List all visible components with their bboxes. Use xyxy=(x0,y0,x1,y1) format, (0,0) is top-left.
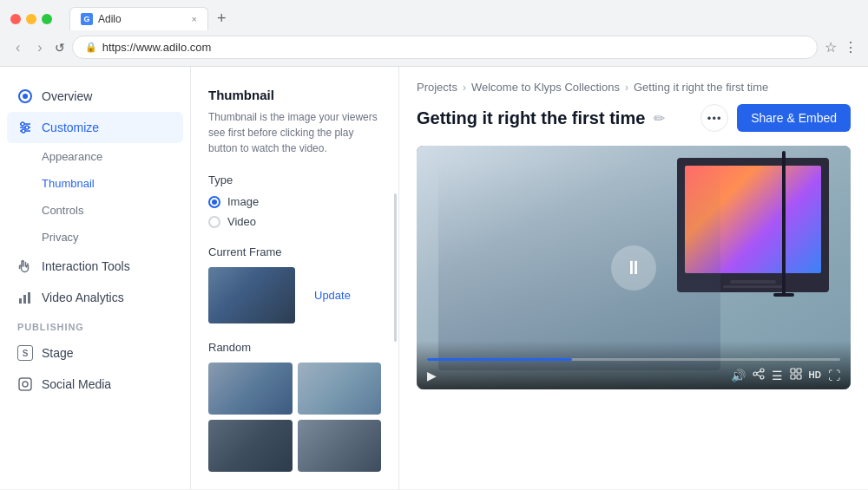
main-content: Thumbnail Thumbnail is the image your vi… xyxy=(191,67,868,489)
chapters-button[interactable] xyxy=(790,368,802,382)
svg-rect-9 xyxy=(23,295,26,304)
svg-line-18 xyxy=(757,371,760,373)
minimize-dot[interactable] xyxy=(26,14,36,24)
thumbnail-panel: Thumbnail Thumbnail is the image your vi… xyxy=(191,67,399,489)
svg-line-19 xyxy=(757,375,760,376)
sidebar-item-video-analytics[interactable]: Video Analytics xyxy=(0,282,190,313)
tab-favicon-letter: G xyxy=(83,15,89,23)
current-frame-section: Current Frame Update xyxy=(208,245,381,323)
svg-point-16 xyxy=(753,372,757,376)
sidebar-item-customize[interactable]: Customize xyxy=(7,112,183,143)
breadcrumb-sep-1: › xyxy=(463,82,466,94)
pause-overlay-button[interactable]: ⏸ xyxy=(611,245,656,291)
sidebar-interaction-label: Interaction Tools xyxy=(42,259,130,273)
maximize-dot[interactable] xyxy=(42,14,52,24)
person-area xyxy=(438,163,720,370)
video-title: Getting it right the first time xyxy=(417,108,645,128)
update-link[interactable]: Update xyxy=(314,289,351,302)
current-frame-preview[interactable] xyxy=(208,267,295,323)
edit-title-icon[interactable]: ✏ xyxy=(654,110,665,127)
sidebar-item-interaction-tools[interactable]: Interaction Tools xyxy=(0,251,190,282)
sidebar-item-social-media[interactable]: Social Media xyxy=(0,369,190,400)
tab-title: Adilo xyxy=(98,13,122,25)
menu-icon[interactable]: ⋮ xyxy=(844,39,858,56)
fullscreen-button[interactable]: ⛶ xyxy=(828,369,840,382)
mic-stand xyxy=(782,151,786,297)
svg-point-5 xyxy=(21,122,24,126)
radio-image[interactable]: Image xyxy=(208,195,381,208)
browser-toolbar-icons: ☆ ⋮ xyxy=(825,39,858,56)
lock-icon: 🔒 xyxy=(85,42,97,53)
close-dot[interactable] xyxy=(10,14,21,24)
radio-circle-image xyxy=(208,196,220,208)
chart-bar-icon xyxy=(17,290,33,305)
browser-tab[interactable]: G Adilo × xyxy=(69,7,208,30)
sidebar-customize-label: Customize xyxy=(42,121,99,134)
back-button[interactable]: ‹ xyxy=(10,38,25,57)
address-bar[interactable]: 🔒 https://www.adilo.com xyxy=(72,36,818,59)
app: Overview Customize Appearance Thumbnail xyxy=(0,67,868,489)
more-options-button[interactable]: ••• xyxy=(700,104,728,132)
browser-chrome: G Adilo × + ‹ › ↺ 🔒 https://www.adilo.co… xyxy=(0,0,868,67)
random-section: Random xyxy=(208,341,381,472)
playlist-button[interactable]: ☰ xyxy=(772,369,783,382)
sidebar-overview-label: Overview xyxy=(42,89,92,103)
share-embed-button[interactable]: Share & Embed xyxy=(737,104,851,132)
controls-right: 🔊 ☰ HD ⛶ xyxy=(731,368,840,382)
svg-rect-23 xyxy=(797,375,801,379)
type-label: Type xyxy=(208,173,381,186)
url-text: https://www.adilo.com xyxy=(102,41,212,54)
forward-button[interactable]: › xyxy=(32,38,47,57)
sidebar-sub-controls[interactable]: Controls xyxy=(0,197,190,224)
progress-bar[interactable] xyxy=(427,358,840,361)
progress-fill xyxy=(427,358,572,361)
tab-favicon: G xyxy=(81,13,93,25)
breadcrumb-collection[interactable]: Welcome to Klyps Collections xyxy=(471,81,620,94)
svg-point-6 xyxy=(25,126,29,129)
browser-toolbar: ‹ › ↺ 🔒 https://www.adilo.com ☆ ⋮ xyxy=(0,30,868,66)
new-tab-button[interactable]: + xyxy=(212,10,232,28)
panel-title: Thumbnail xyxy=(208,88,381,102)
svg-point-7 xyxy=(22,129,25,133)
random-thumb-4[interactable] xyxy=(298,420,382,472)
social-media-icon xyxy=(17,376,33,392)
panel-description: Thumbnail is the image your viewers see … xyxy=(208,109,381,156)
tab-close-button[interactable]: × xyxy=(192,14,197,24)
breadcrumb-sep-2: › xyxy=(625,82,628,94)
play-button[interactable]: ▶ xyxy=(427,369,437,382)
svg-point-15 xyxy=(760,369,764,372)
type-radio-group: Image Video xyxy=(208,195,381,228)
sidebar-social-label: Social Media xyxy=(42,377,111,391)
breadcrumb-current[interactable]: Getting it right the first time xyxy=(634,81,768,94)
random-thumbnails-grid xyxy=(208,363,381,472)
volume-button[interactable]: 🔊 xyxy=(731,369,746,382)
random-thumb-2[interactable] xyxy=(298,363,382,415)
video-controls: ▶ 🔊 ☰ HD ⛶ xyxy=(417,341,851,389)
controls-row: ▶ 🔊 ☰ HD ⛶ xyxy=(427,368,840,382)
browser-titlebar: G Adilo × + xyxy=(0,0,868,30)
random-thumb-1[interactable] xyxy=(208,363,293,415)
random-thumb-3[interactable] xyxy=(208,420,293,472)
breadcrumb-projects[interactable]: Projects xyxy=(417,81,457,94)
panel-scrollbar[interactable] xyxy=(394,193,397,341)
sidebar-sub-appearance[interactable]: Appearance xyxy=(0,143,190,170)
share-button[interactable] xyxy=(753,368,765,382)
publishing-section-label: PUBLISHING xyxy=(0,313,190,337)
sliders-icon xyxy=(17,120,33,135)
svg-point-1 xyxy=(23,94,28,99)
radio-video[interactable]: Video xyxy=(208,215,381,228)
quality-button[interactable]: HD xyxy=(809,370,821,380)
sidebar-item-overview[interactable]: Overview xyxy=(0,81,190,112)
frame-row: Update xyxy=(208,267,381,323)
radio-circle-video xyxy=(208,216,220,228)
sidebar-item-stage[interactable]: S Stage xyxy=(0,337,190,369)
svg-rect-10 xyxy=(28,292,30,304)
sidebar-sub-privacy[interactable]: Privacy xyxy=(0,224,190,251)
pause-icon: ⏸ xyxy=(624,257,643,279)
svg-rect-20 xyxy=(791,369,795,373)
refresh-button[interactable]: ↺ xyxy=(55,41,65,55)
video-player[interactable]: ⏸ ▶ 🔊 xyxy=(417,146,851,389)
svg-rect-8 xyxy=(19,298,22,304)
sidebar-sub-thumbnail[interactable]: Thumbnail xyxy=(0,170,190,197)
star-icon[interactable]: ☆ xyxy=(825,39,837,56)
